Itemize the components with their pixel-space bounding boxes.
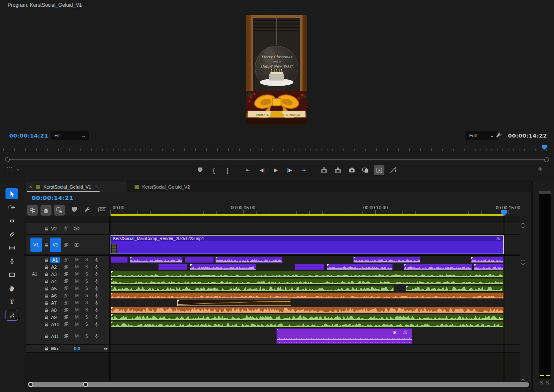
export-frame-button[interactable]	[347, 165, 357, 175]
lock-icon[interactable]	[44, 265, 49, 270]
meter-solo-left-button[interactable]: S	[540, 381, 543, 385]
timeline-playhead-timecode[interactable]: 00:00:14:21	[32, 195, 73, 201]
solo-button[interactable]: S	[85, 293, 89, 298]
mic-icon[interactable]	[94, 307, 99, 313]
vertical-scroll-handle-0[interactable]	[521, 223, 525, 228]
clip-a5-0[interactable]	[111, 285, 394, 292]
mic-icon[interactable]	[94, 322, 99, 327]
track-content-v2[interactable]	[111, 223, 520, 235]
fade-handle[interactable]	[471, 257, 473, 259]
clip-a1-5[interactable]	[471, 257, 504, 263]
ripple-edit-tool[interactable]	[5, 215, 18, 226]
snap-toggle-button[interactable]	[41, 205, 51, 216]
track-target-a9[interactable]: A9	[51, 315, 64, 320]
track-target-a11[interactable]: A11	[51, 334, 64, 339]
slip-tool[interactable]	[5, 242, 18, 253]
lock-icon[interactable]	[44, 300, 49, 305]
video-audio-separator[interactable]	[24, 254, 520, 256]
track-target-a8[interactable]: A8	[51, 308, 64, 313]
clip-a9-0[interactable]	[111, 314, 504, 320]
lock-icon[interactable]	[44, 334, 49, 339]
mic-icon[interactable]	[94, 314, 99, 320]
fade-handle[interactable]	[111, 307, 113, 309]
pen-tool[interactable]	[5, 256, 18, 267]
track-content-mix[interactable]	[111, 345, 520, 353]
horizontal-scrollbar[interactable]	[28, 382, 529, 387]
fade-handle[interactable]	[474, 264, 476, 266]
source-patch-audio[interactable]: A1	[32, 272, 41, 277]
solo-button[interactable]: S	[85, 286, 89, 291]
fade-handle[interactable]	[130, 257, 132, 259]
sync-lock-icon[interactable]	[63, 257, 69, 262]
fade-handle[interactable]	[354, 257, 356, 259]
playback-resolution-select[interactable]: Full ⌄	[465, 131, 497, 140]
step-forward-button[interactable]: |▶	[285, 165, 295, 175]
clip-a7-0[interactable]	[177, 300, 291, 306]
mute-button[interactable]: M	[75, 265, 79, 269]
mute-button[interactable]: M	[75, 300, 79, 305]
fade-handle[interactable]	[111, 286, 113, 288]
solo-button[interactable]: S	[85, 257, 89, 262]
rectangle-tool[interactable]	[5, 269, 18, 280]
linked-selection-button[interactable]	[54, 205, 65, 216]
add-marker-button[interactable]	[195, 165, 205, 175]
sync-lock-icon[interactable]	[63, 333, 69, 339]
solo-button[interactable]: S	[85, 272, 89, 276]
fade-handle[interactable]	[111, 271, 113, 273]
clip-a1-0[interactable]	[111, 257, 128, 263]
track-target-a7[interactable]: A7	[51, 300, 64, 305]
fade-handle[interactable]	[111, 314, 113, 316]
keyframe-toggle-icon[interactable]	[103, 346, 108, 351]
track-target-a5[interactable]: A5	[51, 286, 64, 291]
fade-handle[interactable]	[277, 329, 279, 331]
clip-a2-1[interactable]	[190, 264, 256, 270]
solo-button[interactable]: S	[85, 265, 89, 269]
mic-icon[interactable]	[94, 271, 99, 277]
vertical-scroll-handle-1[interactable]	[521, 260, 525, 265]
mute-button[interactable]: M	[75, 286, 79, 291]
sync-lock-icon[interactable]	[63, 307, 69, 313]
program-settings-wrench-icon[interactable]	[495, 132, 503, 139]
selection-tool[interactable]	[5, 188, 18, 199]
lock-icon[interactable]	[44, 279, 49, 284]
captions-button[interactable]: CC	[98, 207, 106, 212]
fade-handle[interactable]	[216, 257, 218, 259]
timeline-settings-button[interactable]	[84, 207, 91, 214]
fade-handle[interactable]	[111, 278, 113, 281]
mic-icon[interactable]	[94, 293, 99, 298]
export-button[interactable]	[374, 165, 384, 175]
mark-in-button[interactable]: {	[209, 165, 219, 175]
remix-tool[interactable]	[5, 310, 18, 321]
clip-a2-0[interactable]	[158, 264, 187, 270]
sync-lock-icon[interactable]	[63, 314, 69, 320]
mic-icon[interactable]	[94, 264, 99, 270]
fade-handle[interactable]	[178, 300, 180, 302]
lock-icon[interactable]	[44, 226, 49, 231]
sync-lock-icon[interactable]	[63, 286, 69, 291]
clip-a10-0[interactable]	[111, 321, 504, 327]
nest-toggle-button[interactable]	[27, 205, 38, 216]
mic-icon[interactable]	[94, 257, 99, 262]
track-target-a4[interactable]: A4	[51, 279, 64, 284]
clip-a1-3[interactable]	[215, 257, 283, 263]
clip-a2-3[interactable]	[327, 264, 393, 270]
clip-a11-0[interactable]: ✱fx	[276, 328, 412, 344]
lock-icon[interactable]	[44, 293, 49, 298]
track-target-a6[interactable]: A6	[51, 293, 64, 298]
overlay-settings-chevron-icon[interactable]: ⌄	[16, 166, 20, 172]
type-tool[interactable]: T	[5, 296, 18, 307]
zoom-level-select[interactable]: Fit ⌄	[51, 131, 89, 140]
timeline-marker-button[interactable]	[72, 207, 77, 212]
fade-handle[interactable]	[404, 264, 406, 266]
tab-close-icon[interactable]: ×	[29, 184, 32, 190]
sync-lock-icon[interactable]	[63, 278, 69, 284]
solo-button[interactable]: S	[85, 334, 89, 338]
clip-v1-0[interactable]: KerstSocial_MainComp_Render_20251223.mp4…	[111, 235, 504, 254]
lock-icon[interactable]	[44, 308, 49, 313]
extract-button[interactable]	[333, 165, 343, 175]
lock-icon[interactable]	[44, 322, 49, 327]
solo-button[interactable]: S	[85, 315, 89, 319]
mute-button[interactable]: M	[75, 279, 79, 284]
clip-a1-1[interactable]	[130, 257, 183, 263]
clip-a2-2[interactable]	[295, 264, 324, 270]
